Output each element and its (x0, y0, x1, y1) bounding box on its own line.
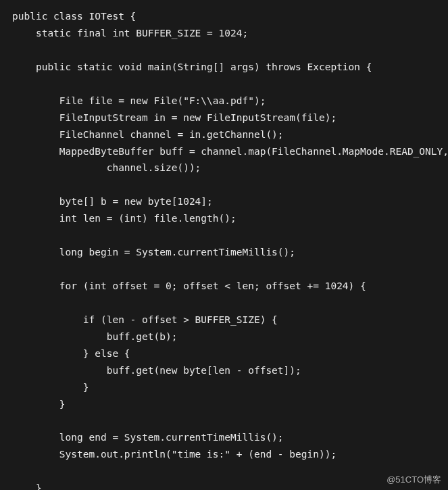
code-content: public class IOTest { static final int B… (12, 11, 448, 490)
code-block: public class IOTest { static final int B… (0, 0, 448, 490)
watermark-label: @51CTO博客 (387, 474, 441, 486)
